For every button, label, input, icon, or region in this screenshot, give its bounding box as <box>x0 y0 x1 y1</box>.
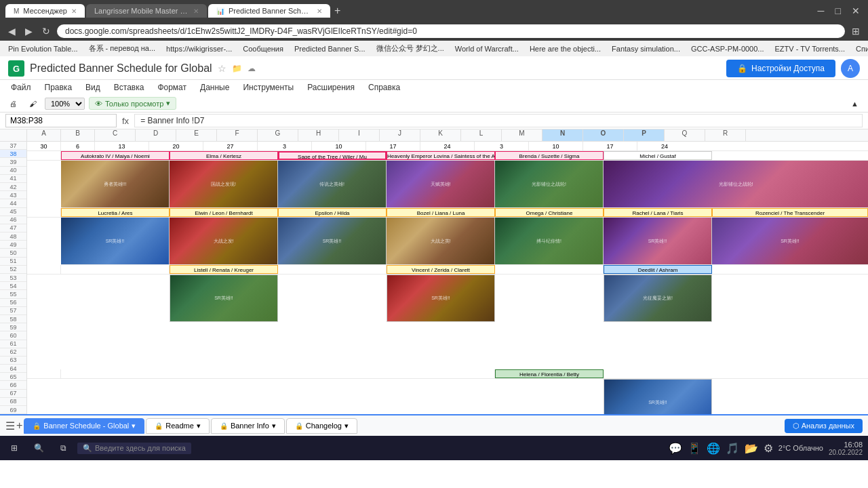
banner-brenda[interactable]: Brenda / Suzette / Sigma <box>495 151 604 160</box>
search-button[interactable]: 🔍 <box>28 441 50 455</box>
col-a[interactable]: A <box>27 129 61 141</box>
taskbar-app-3[interactable]: 🌐 <box>707 442 720 455</box>
tab-langrisser[interactable]: Langrisser Mobile Master Refe... ✕ <box>86 4 207 18</box>
banner-deedlit[interactable]: Deedlit / Ashram <box>604 265 712 274</box>
bookmark-6[interactable]: 微信公众号 梦幻之... <box>374 43 447 54</box>
menu-file[interactable]: Файл <box>5 81 37 94</box>
add-sheet-button[interactable]: ☰ <box>5 420 15 432</box>
sheet-tab-readme[interactable]: 🔒 Readme ▾ <box>146 418 210 434</box>
bookmark-3[interactable]: https://wikigrisser-... <box>163 44 235 54</box>
zoom-select[interactable]: 100% <box>45 98 85 110</box>
bookmark-8[interactable]: Here are the objecti... <box>527 44 604 54</box>
paint-format-button[interactable]: 🖌 <box>25 98 41 109</box>
col-h[interactable]: H <box>298 129 339 141</box>
col-e[interactable]: E <box>176 129 217 141</box>
analyze-data-button[interactable]: ⬡ Анализ данных <box>785 419 863 433</box>
banner-heavenly-emperor[interactable]: Heavenly Emperor Lovina / Saintess of th… <box>387 151 495 160</box>
col-k[interactable]: K <box>420 129 461 141</box>
col-m[interactable]: M <box>502 129 542 141</box>
address-bar[interactable]: docs.google.com/spreadsheets/d/1cEhw2s5w… <box>57 24 845 38</box>
banner-lucretia[interactable]: Lucretia / Ares <box>61 208 170 217</box>
menu-edit[interactable]: Правка <box>39 81 78 94</box>
col-c[interactable]: C <box>95 129 136 141</box>
col-r[interactable]: R <box>705 129 746 141</box>
reload-button[interactable]: ↻ <box>39 24 53 38</box>
collapse-button[interactable]: ▲ <box>847 98 863 109</box>
tab-close-predicted[interactable]: ✕ <box>317 7 322 15</box>
bookmark-9[interactable]: Fantasy simulation... <box>609 44 683 54</box>
taskbar-app-4[interactable]: 🎵 <box>726 442 739 455</box>
maximize-button[interactable]: □ <box>833 4 844 18</box>
menu-insert[interactable]: Вставка <box>108 81 150 94</box>
col-i[interactable]: I <box>339 129 380 141</box>
bookmark-10[interactable]: GCC-ASP-PM-0000... <box>688 44 767 54</box>
menu-view[interactable]: Вид <box>80 81 106 94</box>
banner-epsilon[interactable]: Epsilon / Hilda <box>278 208 387 217</box>
tab-messenger[interactable]: M Мессенджер ✕ <box>5 4 85 18</box>
col-n-selected[interactable]: N <box>542 129 583 141</box>
banner-rachel[interactable]: Rachel / Lana / Tiaris <box>604 208 712 217</box>
menu-help[interactable]: Справка <box>363 81 406 94</box>
taskview-button[interactable]: ⧉ <box>55 441 72 455</box>
sheet-tab-banner-info[interactable]: 🔒 Banner Info ▾ <box>211 418 285 434</box>
print-button[interactable]: 🖨 <box>5 98 21 109</box>
banner-elma-kertesz[interactable]: Elma / Kertesz <box>170 151 278 160</box>
share-button[interactable]: 🔒 Настройки Доступа <box>726 60 835 77</box>
col-j[interactable]: J <box>380 129 420 141</box>
banner-bozel[interactable]: Bozel / Liana / Luna <box>387 208 495 217</box>
bookmark-11[interactable]: EZTV - TV Torrents... <box>772 44 848 54</box>
sheet-tab-banner-schedule[interactable]: 🔒 Banner Schedule - Global ▾ <box>24 418 144 434</box>
menu-data[interactable]: Данные <box>195 81 235 94</box>
tab-close-messenger[interactable]: ✕ <box>71 7 77 15</box>
menu-tools[interactable]: Инструменты <box>237 81 299 94</box>
menu-format[interactable]: Формат <box>152 81 192 94</box>
taskbar-app-5[interactable]: 📂 <box>745 442 758 455</box>
banner-vincent[interactable]: Vincent / Zerida / Clarett <box>387 265 495 274</box>
spreadsheet-title[interactable]: Predicted Banner Schedule for Global <box>30 62 212 75</box>
col-l[interactable]: L <box>461 129 502 141</box>
banner-michel-gustaf[interactable]: Michel / Gustaf <box>604 151 712 160</box>
col-d[interactable]: D <box>136 129 176 141</box>
bookmark-4[interactable]: Сообщения <box>240 44 286 54</box>
menu-extensions[interactable]: Расширения <box>302 81 360 94</box>
sheet-tab-changelog[interactable]: 🔒 Changelog ▾ <box>286 418 357 434</box>
col-b[interactable]: B <box>61 129 95 141</box>
forward-button[interactable]: ▶ <box>22 24 35 38</box>
close-button[interactable]: ✕ <box>849 4 863 18</box>
user-avatar[interactable]: A <box>841 59 860 78</box>
tab-close-langrisser[interactable]: ✕ <box>193 7 199 15</box>
col-g[interactable]: G <box>258 129 298 141</box>
col-p-selected[interactable]: P <box>624 129 665 141</box>
back-button[interactable]: ◀ <box>5 24 18 38</box>
bookmark-2[interactable]: 各系 - перевод на... <box>86 43 159 54</box>
start-button[interactable]: ⊞ <box>5 441 23 455</box>
bookmark-7[interactable]: World of Warcraft... <box>452 44 521 54</box>
col-f[interactable]: F <box>217 129 258 141</box>
col-o-selected[interactable]: O <box>583 129 624 141</box>
col-q[interactable]: Q <box>665 129 705 141</box>
tab-predicted[interactable]: 📊 Predicted Banner Schedule fo... ✕ <box>208 4 330 18</box>
formula-input[interactable]: = Banner Info !D7 <box>134 114 863 127</box>
banner-rozenciel[interactable]: Rozenciel / The Transcender <box>712 208 868 217</box>
cell-reference[interactable]: M38:P38 <box>5 114 117 127</box>
minimize-button[interactable]: ─ <box>815 4 827 18</box>
bookmark-1[interactable]: Pin Evolution Table... <box>5 44 81 54</box>
bookmark-5[interactable]: Predicted Banner S... <box>292 44 368 54</box>
view-mode-button[interactable]: 👁 Только просмотр ▾ <box>89 97 176 110</box>
taskbar-app-6[interactable]: ⚙ <box>764 442 773 455</box>
sheets-menu-button[interactable]: + <box>16 420 22 432</box>
extensions-button[interactable]: ⊞ <box>849 24 863 38</box>
star-icon[interactable]: ☆ <box>218 63 226 74</box>
banner-sage-tree[interactable]: Sage of the Tree / Wiler / Mu <box>278 151 387 160</box>
folder-icon[interactable]: 📁 <box>232 64 242 73</box>
search-bar[interactable]: 🔍 Введите здесь для поиска <box>77 443 191 454</box>
new-tab-button[interactable]: + <box>334 5 340 17</box>
banner-elwin[interactable]: Elwin / Leon / Bernhardt <box>170 208 278 217</box>
banner-omega[interactable]: Omega / Christiane <box>495 208 604 217</box>
taskbar-app-1[interactable]: 💬 <box>669 442 682 455</box>
bookmark-12[interactable]: Список для чтения <box>853 44 868 54</box>
banner-listell[interactable]: Listell / Renata / Kreuger <box>170 265 278 274</box>
banner-helena[interactable]: Helena / Florentia / Betty <box>495 369 604 378</box>
banner-autokrato[interactable]: Autokrato IV / Maiya / Noemi <box>61 151 170 160</box>
taskbar-app-2[interactable]: 📱 <box>688 442 701 455</box>
